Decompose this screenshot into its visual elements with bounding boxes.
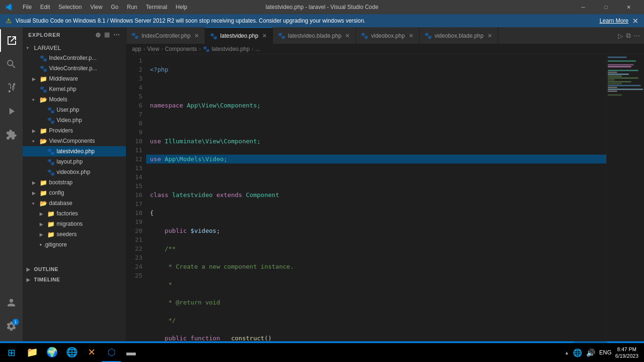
new-folder-icon[interactable]: ⊞ [104,31,110,39]
tree-root[interactable]: ▾ LARAVEL [23,42,126,53]
sidebar-item-seeders[interactable]: ▶ 📁 seeders [23,229,126,239]
outline-arrow-icon: ▶ [26,267,34,272]
folder-arrow-icon: ▶ [32,190,40,196]
tab-videobox[interactable]: 🐾 videobox.php ✕ [356,27,419,44]
minimap [606,54,644,341]
tab-latestvideo-blade[interactable]: 🐾 latestvideo.blade.php ✕ [273,27,356,44]
sidebar-item-providers[interactable]: ▶ 📁 Providers [23,125,126,136]
menu-help[interactable]: Help [172,3,191,11]
menu-view[interactable]: View [86,3,106,11]
folder-arrow-icon: ▶ [32,128,40,133]
code-editor[interactable]: <?php namespace App\View\Components; use… [146,54,606,341]
tab-videobox-blade[interactable]: 🐾 videobox.blade.php ✕ [420,27,498,44]
sidebar-item-user[interactable]: 🐾 User.php [23,105,126,115]
learn-more-link[interactable]: Learn More [600,17,628,24]
tab-close-icon[interactable]: ✕ [408,32,414,40]
code-line-6: use App\Models\Video; [146,155,606,164]
taskbar-cmd[interactable]: ▬ [122,343,140,362]
tray-up-arrow-icon[interactable]: ▲ [564,350,569,355]
sidebar-item-view-components[interactable]: ▾ 📂 View\Components [23,136,126,146]
activity-search[interactable] [0,53,23,75]
sidebar-item-video-model[interactable]: 🐾 Video.php [23,115,126,125]
breadcrumb-app[interactable]: app [132,46,141,52]
menu-go[interactable]: Go [107,3,122,11]
sidebar-item-indexcontroller[interactable]: 🐾 IndexController.p... [23,53,126,63]
tab-close-icon[interactable]: ✕ [487,32,493,40]
split-editor-icon[interactable]: ⧉ [626,32,631,40]
activity-accounts[interactable] [0,291,23,314]
activity-run-debug[interactable] [0,100,23,123]
collapse-all-icon[interactable]: ⋯ [113,31,120,39]
menu-file[interactable]: File [19,3,35,11]
folder-arrow-icon: ▾ [32,139,40,144]
start-button[interactable]: ⊞ [2,343,21,362]
sidebar-item-middleware[interactable]: ▶ 📁 Middleware [23,74,126,84]
breadcrumb-components[interactable]: Components [165,46,197,52]
menu-run[interactable]: Run [123,3,141,11]
sidebar-item-database[interactable]: ▾ 📂 database [23,198,126,208]
more-tabs-icon[interactable]: ⋯ [634,32,640,40]
tab-close-icon[interactable]: ✕ [193,32,200,40]
tray-time[interactable]: 8:47 PM 6/19/2023 [615,346,638,360]
folder-icon: 📂 [40,96,47,103]
folder-icon: 📁 [47,231,55,238]
new-file-icon[interactable]: ⊕ [95,31,101,39]
tab-latestvideo[interactable]: 🐾 latestvideo.php ✕ [205,27,273,44]
activity-extensions[interactable] [0,123,23,146]
sidebar-item-videobox[interactable]: 🐾 videobox.php [23,167,126,177]
breadcrumb-symbol[interactable]: ... [256,46,260,52]
tray-volume-icon[interactable]: 🔊 [586,348,595,357]
sidebar-item-bootstrap[interactable]: ▶ 📁 bootstrap [23,177,126,188]
activity-source-control[interactable] [0,76,23,99]
menu-selection[interactable]: Selection [55,3,85,11]
folder-arrow-icon: ▶ [32,76,40,82]
sidebar-item-gitignore[interactable]: • .gitignore [23,239,126,250]
php-file-icon: 🐾 [47,117,55,124]
breadcrumb-view[interactable]: View [147,46,159,52]
sidebar-item-models-folder[interactable]: ▾ 📂 Models [23,94,126,105]
sidebar-outline-section[interactable]: ▶ OUTLINE [23,264,126,274]
minimize-button[interactable]: ─ [572,0,594,14]
sidebar-timeline-section[interactable]: ▶ TIMELINE [23,274,126,285]
menu-terminal[interactable]: Terminal [142,3,171,11]
sidebar-header: EXPLORER ⊕ ⊞ ⋯ [23,27,126,42]
taskbar-vscode[interactable]: ⬡ [102,343,121,362]
php-file-icon: 🐾 [47,107,55,114]
tray-network-icon[interactable]: 🌐 [573,348,582,357]
sidebar-item-factories[interactable]: ▶ 📁 factories [23,208,126,219]
sidebar-item-layout[interactable]: 🐾 layout.php [23,156,126,167]
sidebar-item-label: .gitignore [44,241,67,248]
maximize-button[interactable]: □ [595,0,617,14]
taskbar-xampp[interactable]: ✕ [82,343,101,362]
breadcrumb: app › View › Components › 🐾 latestvideo.… [126,44,644,54]
tab-label: latestvideo.php [220,33,258,39]
close-button[interactable]: ✕ [618,0,639,14]
folder-arrow-icon: ▾ [32,201,40,206]
notification-bar: ⚠ Visual Studio Code on Windows 8.1 / Wi… [0,14,644,27]
run-icon[interactable]: ▷ [618,32,623,40]
tray-language[interactable]: ENG [599,349,611,356]
sidebar-item-migrations[interactable]: ▶ 📁 migrations [23,219,126,229]
tab-indexcontroller[interactable]: 🐾 IndexController.php ✕ [126,27,205,44]
taskbar-ie[interactable]: 🌍 [42,343,61,362]
tray-date: 6/19/2023 [615,353,638,359]
sidebar-item-videocontroller[interactable]: 🐾 VideoController.p... [23,63,126,74]
activity-bar: 1 [0,27,23,341]
php-file-icon: 🐾 [40,55,47,62]
sidebar-item-config[interactable]: ▶ 📁 config [23,188,126,198]
breadcrumb-filename[interactable]: latestvideo.php [212,46,250,52]
outline-label: OUTLINE [34,266,58,272]
cmd-icon: ▬ [126,347,136,358]
menu-edit[interactable]: Edit [36,3,54,11]
taskbar-chrome[interactable]: 🌐 [62,343,81,362]
tab-file-icon: 🐾 [278,32,285,39]
notification-close-icon[interactable]: ✕ [632,16,638,25]
taskbar-file-explorer[interactable]: 📁 [23,343,41,362]
tab-close-icon[interactable]: ✕ [344,32,351,40]
activity-explorer[interactable] [0,29,23,52]
activity-settings[interactable]: 1 [0,315,23,337]
root-arrow-icon: ▾ [26,45,34,50]
sidebar-item-latestvideo[interactable]: 🐾 latestvideo.php [23,146,126,156]
sidebar-item-kernel[interactable]: 🐾 Kernel.php [23,84,126,94]
tab-close-icon[interactable]: ✕ [261,32,268,40]
